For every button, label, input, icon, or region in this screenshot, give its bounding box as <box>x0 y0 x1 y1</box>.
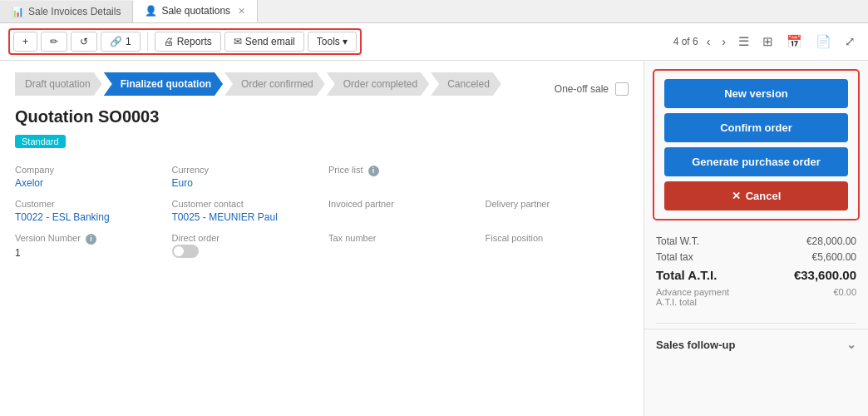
total-ati-value: €33,600.00 <box>794 268 856 282</box>
price-list-field: Price list i <box>328 165 472 189</box>
grid-view-icon[interactable]: ⊞ <box>758 32 777 51</box>
invoiced-partner-label: Invoiced partner <box>328 199 472 209</box>
summary-section: Total W.T. €28,000.00 Total tax €5,600.0… <box>644 229 868 318</box>
status-canceled-label: Canceled <box>447 78 490 90</box>
company-label: Company <box>15 165 159 175</box>
refresh-icon: ↺ <box>80 36 88 47</box>
customer-field: Customer T0022 - ESL Banking <box>15 199 159 223</box>
customer-value[interactable]: T0022 - ESL Banking <box>15 211 110 223</box>
cancel-x-icon: ✕ <box>732 190 741 202</box>
cancel-button[interactable]: ✕ Cancel <box>664 181 848 210</box>
main-content: Draft quotation Finalized quotation Orde… <box>0 61 868 416</box>
cancel-label: Cancel <box>746 190 782 202</box>
tax-number-field: Tax number <box>328 233 472 260</box>
company-value[interactable]: Axelor <box>15 177 43 189</box>
version-number-field: Version Number i 1 <box>15 233 159 260</box>
quotation-title: Quotation SO0003 <box>15 107 629 126</box>
total-wt-label: Total W.T. <box>656 235 699 247</box>
advance-payment-value: €0.00 <box>833 287 856 307</box>
new-version-button[interactable]: New version <box>664 79 848 108</box>
customer-contact-value[interactable]: T0025 - MEUNIER Paul <box>172 211 278 223</box>
tab-sale-invoices-label: Sale Invoices Details <box>28 6 121 17</box>
one-off-sale-checkbox[interactable] <box>615 82 629 96</box>
status-confirmed[interactable]: Order confirmed <box>224 72 325 96</box>
currency-value[interactable]: Euro <box>172 177 193 189</box>
delivery-partner-label: Delivery partner <box>486 199 629 209</box>
edit-icon: ✏ <box>50 36 58 47</box>
one-off-sale-label: One-off sale <box>555 83 609 95</box>
company-field: Company Axelor <box>15 165 159 189</box>
direct-order-field: Direct order <box>172 233 316 260</box>
one-off-sale: One-off sale <box>555 82 629 96</box>
add-button[interactable]: + <box>13 32 37 52</box>
refresh-button[interactable]: ↺ <box>71 32 97 52</box>
fullscreen-icon[interactable]: ⤢ <box>841 32 860 51</box>
pagination-next[interactable]: › <box>718 33 729 50</box>
currency-field: Currency Euro <box>172 165 316 189</box>
standard-badge: Standard <box>15 135 66 148</box>
chevron-down-icon: ⌄ <box>846 338 856 351</box>
total-wt-value: €28,000.00 <box>806 235 856 247</box>
person-icon: 👤 <box>145 5 157 17</box>
fiscal-position-field: Fiscal position <box>486 233 629 260</box>
link-count: 1 <box>126 36 131 47</box>
action-buttons: New version Confirm order Generate purch… <box>653 69 860 220</box>
list-view-icon[interactable]: ☰ <box>734 32 753 51</box>
send-email-label: Send email <box>245 36 295 47</box>
invoiced-partner-field: Invoiced partner <box>328 199 472 223</box>
status-confirmed-label: Order confirmed <box>241 78 313 90</box>
link-icon: 🔗 <box>110 36 122 47</box>
version-number-value: 1 <box>15 247 21 259</box>
currency-label: Currency <box>172 165 316 175</box>
total-tax-label: Total tax <box>656 251 693 263</box>
total-wt-row: Total W.T. €28,000.00 <box>656 235 856 247</box>
status-draft[interactable]: Draft quotation <box>15 72 102 96</box>
close-tab-icon[interactable]: ✕ <box>238 6 245 17</box>
document-icon[interactable]: 📄 <box>811 32 836 51</box>
tax-number-label: Tax number <box>328 233 472 243</box>
sales-followup[interactable]: Sales follow-up ⌄ <box>644 329 868 359</box>
status-completed-label: Order completed <box>343 78 417 90</box>
status-finalized[interactable]: Finalized quotation <box>104 72 223 96</box>
direct-order-toggle[interactable] <box>172 245 199 258</box>
pagination-prev[interactable]: ‹ <box>703 33 714 50</box>
status-completed[interactable]: Order completed <box>327 72 429 96</box>
status-draft-label: Draft quotation <box>25 78 91 90</box>
reports-label: Reports <box>177 36 212 47</box>
toolbar-main-group: + ✏ ↺ 🔗 1 🖨 Reports ✉ Send email Tools ▾ <box>8 28 362 55</box>
chart-icon: 📊 <box>12 6 24 17</box>
separator-1 <box>147 32 148 51</box>
tabs-bar: 📊 Sale Invoices Details 👤 Sale quotation… <box>0 0 868 23</box>
pagination: 4 of 6 ‹ › <box>673 33 729 50</box>
link-button[interactable]: 🔗 1 <box>101 32 141 52</box>
empty-field-1 <box>486 165 629 189</box>
send-email-button[interactable]: ✉ Send email <box>224 32 304 52</box>
calendar-icon[interactable]: 📅 <box>782 32 806 51</box>
add-icon: + <box>22 36 28 47</box>
total-tax-value: €5,600.00 <box>812 251 856 263</box>
advance-payment-row: Advance payment A.T.I. total €0.00 <box>656 287 856 307</box>
confirm-order-button[interactable]: Confirm order <box>664 113 848 142</box>
tools-button[interactable]: Tools ▾ <box>308 32 357 52</box>
total-ati-label: Total A.T.I. <box>656 268 717 282</box>
reports-button[interactable]: 🖨 Reports <box>155 32 221 52</box>
title-row: One-off sale Quotation SO0003 <box>15 107 629 126</box>
sales-followup-label: Sales follow-up <box>656 339 735 351</box>
tab-sale-invoices[interactable]: 📊 Sale Invoices Details <box>0 1 133 22</box>
customer-contact-field: Customer contact T0025 - MEUNIER Paul <box>172 199 316 223</box>
form-grid: Company Axelor Currency Euro Price list … <box>15 165 629 260</box>
divider <box>656 323 856 324</box>
email-icon: ✉ <box>234 36 242 47</box>
tab-sale-quotations[interactable]: 👤 Sale quotations ✕ <box>133 0 258 22</box>
status-canceled[interactable]: Canceled <box>431 72 501 96</box>
generate-po-button[interactable]: Generate purchase order <box>664 147 848 176</box>
status-finalized-label: Finalized quotation <box>121 78 211 90</box>
delivery-partner-field: Delivery partner <box>486 199 629 223</box>
pagination-text: 4 of 6 <box>673 36 698 47</box>
customer-contact-label: Customer contact <box>172 199 316 209</box>
edit-button[interactable]: ✏ <box>41 32 67 52</box>
price-list-label: Price list i <box>328 165 472 176</box>
left-panel: Draft quotation Finalized quotation Orde… <box>0 61 644 416</box>
direct-order-label: Direct order <box>172 233 316 243</box>
version-number-label: Version Number i <box>15 233 159 245</box>
